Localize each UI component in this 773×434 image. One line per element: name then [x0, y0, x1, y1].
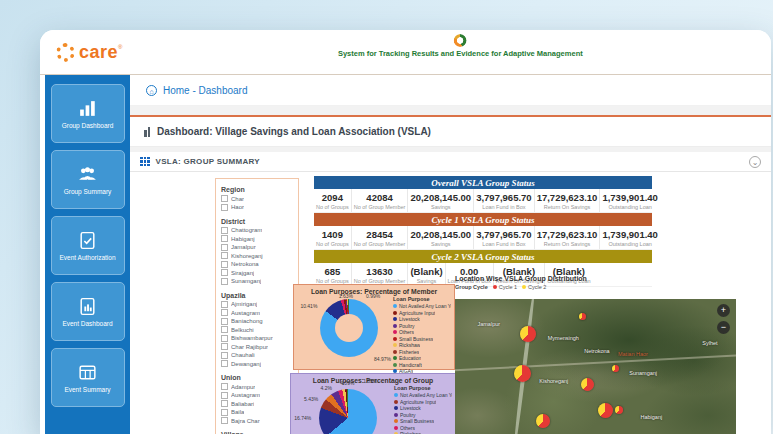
checkbox-icon[interactable] — [221, 326, 228, 333]
filter-option[interactable]: Sirajganj — [221, 269, 293, 276]
legend-item: Small Business — [393, 336, 451, 342]
donut-hole — [335, 314, 363, 342]
filter-option[interactable]: Char — [221, 195, 293, 202]
filter-option[interactable]: Haor — [221, 204, 293, 211]
map-place-label: Netrokona — [584, 348, 609, 354]
sidebar-item-group-dashboard[interactable]: Group Dashboard — [51, 84, 125, 143]
checkbox-icon[interactable] — [221, 335, 228, 342]
sidebar-item-event-dashboard[interactable]: Event Dashboard — [51, 282, 125, 341]
map-pie-marker[interactable] — [598, 403, 613, 418]
filter-option[interactable]: Bajra Char — [221, 417, 293, 424]
checkbox-icon[interactable] — [221, 400, 228, 407]
map-legend-cycle2: Cycle 2 — [522, 284, 546, 290]
app-identity: System for Tracking Results and Evidence… — [338, 34, 583, 58]
breadcrumb[interactable]: Home - Dashboard — [163, 85, 247, 96]
data-label: 4.2% — [321, 385, 332, 391]
collapse-chevron-icon[interactable]: ⌄ — [749, 156, 761, 168]
sidebar-item-event-authorization[interactable]: Event Authorization — [51, 216, 125, 275]
brand-registered-mark: ® — [118, 44, 122, 50]
map-pie-marker[interactable] — [612, 365, 619, 372]
checkbox-icon[interactable] — [221, 309, 228, 316]
section-header[interactable]: VSLA: GROUP SUMMARY ⌄ — [130, 152, 771, 172]
table-header-cycle2: Cycle 2 VSLA Group Status — [314, 250, 652, 263]
checkbox-icon[interactable] — [221, 227, 228, 234]
zoom-in-button[interactable]: + — [717, 304, 730, 317]
metric-label: Return On Savings — [537, 204, 598, 210]
filter-option[interactable]: Ajmiriganj — [221, 301, 293, 308]
checkbox-icon[interactable] — [221, 278, 228, 285]
checkbox-icon[interactable] — [221, 318, 228, 325]
filter-option[interactable]: Baliabari — [221, 400, 293, 407]
legend-item: Others — [394, 425, 452, 431]
legend-item: Livestock — [393, 316, 451, 322]
sidebar-item-label: Event Authorization — [59, 254, 115, 261]
filter-option[interactable]: Sunamganj — [221, 278, 293, 285]
legend-dot-icon — [394, 406, 398, 410]
map-canvas[interactable]: JamalpurMymensinghNetrokonaKishoreganjSu… — [455, 299, 736, 434]
checkbox-icon[interactable] — [221, 392, 228, 399]
legend-dot-icon — [393, 337, 397, 341]
checkbox-icon[interactable] — [221, 261, 228, 268]
filter-panel: Region CharHaor District ChattogramHabig… — [215, 178, 299, 434]
filter-group-upazila: Upazila AjmiriganjAustagramBaniachongBel… — [221, 292, 293, 368]
filter-option[interactable]: Adampur — [221, 383, 293, 390]
legend-dot-icon — [393, 356, 397, 360]
map-pie-marker[interactable] — [579, 313, 586, 320]
cycle1-dot-icon — [493, 285, 497, 289]
document-table-icon — [77, 362, 98, 383]
checkbox-icon[interactable] — [221, 383, 228, 390]
filter-option[interactable]: Baniachong — [221, 318, 293, 325]
filter-option[interactable]: Chauhali — [221, 352, 293, 359]
map-legend-title: Group Cycle — [455, 284, 488, 290]
filter-option[interactable]: Dewanganj — [221, 360, 293, 367]
home-icon: ⌂ — [146, 85, 157, 96]
map-pie-marker[interactable] — [615, 406, 623, 414]
data-label: 10.41% — [300, 303, 317, 309]
map-pie-marker[interactable] — [520, 326, 536, 342]
checkbox-icon[interactable] — [221, 343, 228, 350]
checkbox-icon[interactable] — [221, 195, 228, 202]
cycle2-dot-icon — [522, 285, 526, 289]
document-chart-icon — [77, 296, 98, 317]
metric-value: 3,797,965.70 — [476, 192, 531, 203]
sidebar-item-event-summary[interactable]: Event Summary — [51, 348, 125, 407]
checkbox-icon[interactable] — [221, 244, 228, 251]
data-label: 84.97% — [374, 356, 391, 362]
filter-option[interactable]: Baila — [221, 409, 293, 416]
metric-value: 1409 — [316, 229, 349, 240]
filter-option[interactable]: Netrokona — [221, 261, 293, 268]
filter-option[interactable]: Habiganj — [221, 235, 293, 242]
chart-legend: Loan Purpose Not Availed Any Loan YetAgr… — [394, 385, 452, 434]
table-row: 1409No of Groups28454No of Group Member2… — [314, 226, 652, 250]
pie-chart-group — [319, 389, 377, 434]
checkbox-icon[interactable] — [221, 352, 228, 359]
checkbox-icon[interactable] — [221, 360, 228, 367]
checkbox-icon[interactable] — [221, 417, 228, 424]
filter-option[interactable]: Belkuchi — [221, 326, 293, 333]
filter-option[interactable]: Char Rajibpur — [221, 343, 293, 350]
filter-option[interactable]: Jamalpur — [221, 244, 293, 251]
filter-option[interactable]: Bishwambarpur — [221, 335, 293, 342]
checkbox-icon[interactable] — [221, 269, 228, 276]
map-pie-marker[interactable] — [514, 365, 531, 382]
checkbox-icon[interactable] — [221, 204, 228, 211]
map-pie-marker[interactable] — [581, 378, 594, 391]
checkbox-icon[interactable] — [221, 252, 228, 259]
checkbox-icon[interactable] — [221, 235, 228, 242]
zoom-out-button[interactable]: − — [717, 321, 730, 334]
metric-value: 20,208,145.00 — [410, 192, 471, 203]
metric-label: Outstanding Loan — [602, 241, 657, 247]
metric-value: 42084 — [354, 192, 406, 203]
page-title-bar: Dashboard: Village Savings and Loan Asso… — [130, 117, 771, 147]
metric-label: No of Groups — [316, 204, 349, 210]
filter-option[interactable]: Kishoreganj — [221, 252, 293, 259]
map-pie-marker[interactable] — [536, 414, 550, 428]
filter-option[interactable]: Chattogram — [221, 227, 293, 234]
map-legend: Group Cycle Cycle 1 Cycle 2 — [455, 284, 736, 290]
filter-option[interactable]: Austagram — [221, 392, 293, 399]
sidebar-item-group-summary[interactable]: Group Summary — [51, 150, 125, 209]
metric-value: 1,739,901.40 — [602, 229, 657, 240]
filter-option[interactable]: Austagram — [221, 309, 293, 316]
checkbox-icon[interactable] — [221, 301, 228, 308]
checkbox-icon[interactable] — [221, 409, 228, 416]
